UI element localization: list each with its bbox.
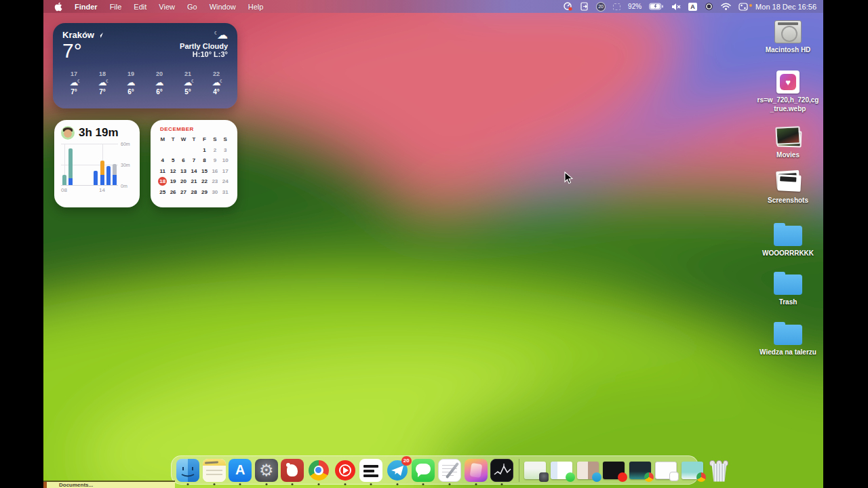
battery-icon[interactable] [649, 3, 664, 10]
calendar-date[interactable]: 24 [220, 176, 231, 187]
dashed-selection-icon[interactable] [613, 3, 620, 10]
calendar-date[interactable]: 16 [210, 166, 220, 177]
menu-item-view[interactable]: View [159, 3, 175, 11]
dock-app-gradient-app[interactable] [465, 459, 488, 482]
calendar-widget[interactable]: DECEMBER MTWTFSS123456789101112131415161… [151, 120, 237, 207]
dock-app-system-settings[interactable]: ⚙ [255, 459, 278, 482]
screen-time-widget[interactable]: 3h 19m 081460m30m0m [54, 120, 140, 207]
menu-item-go[interactable]: Go [187, 3, 197, 11]
dock-app-chrome[interactable] [307, 459, 330, 482]
calendar-date[interactable]: 12 [167, 166, 178, 177]
control-center-icon[interactable] [738, 3, 748, 11]
documents-window-strip[interactable]: Documents... [43, 481, 175, 488]
calendar-date[interactable]: 31 [220, 187, 231, 198]
running-indicator [187, 483, 189, 485]
desktop-icon-label: rs=w_720,h_720,cg_true.webp [755, 96, 821, 113]
window-thumbnail [524, 462, 546, 479]
dock-app-notes[interactable] [203, 459, 226, 482]
dock-app-bear[interactable] [281, 459, 304, 482]
cloud-moon-icon: ☾☁ [180, 30, 228, 41]
calendar-date[interactable]: 30 [210, 187, 220, 198]
desktop-icon-rs-w-720-h-720-cg-true-webp[interactable]: ♥rs=w_720,h_720,cg_true.webp [754, 68, 822, 113]
menu-item-window[interactable]: Window [210, 3, 236, 11]
desktop-icon-trash[interactable]: Trash [754, 270, 822, 306]
desktop-icon-wooorrrkkk[interactable]: WOOORRRKKK [754, 221, 822, 258]
telegram-badge-icon [592, 472, 601, 482]
dock-minimized-window-4[interactable] [603, 459, 626, 482]
battery-percent: 92% [628, 3, 642, 10]
menu-bar-clock[interactable]: Mon 18 Dec 16:56 [755, 3, 816, 11]
media-stack-icon [774, 123, 802, 148]
dock-minimized-window-5[interactable] [629, 459, 652, 482]
calendar-date[interactable]: 15 [199, 166, 210, 177]
wifi-icon[interactable] [721, 3, 731, 10]
calendar-day-header: T [189, 134, 199, 145]
apple-menu[interactable] [54, 1, 62, 12]
calendar-date-today[interactable]: 18 [157, 176, 167, 187]
desktop-icon-label: Screenshots [755, 196, 821, 205]
calendar-date[interactable]: 21 [189, 176, 199, 187]
desktop[interactable]: FinderFileEditViewGoWindowHelp 20 92% [43, 0, 823, 488]
dock-minimized-window-7[interactable] [682, 459, 705, 482]
full-trash-icon [709, 460, 729, 482]
dock-minimized-window-1[interactable] [524, 459, 547, 482]
input-source-icon[interactable]: A [688, 3, 697, 11]
calendar-date[interactable]: 9 [210, 155, 220, 166]
dock-app-app-store[interactable]: A [229, 459, 252, 482]
calendar-date[interactable]: 23 [210, 176, 220, 187]
gauge-icon[interactable] [563, 2, 573, 11]
window-thumbnail [629, 462, 651, 479]
dock-app-lines-app[interactable] [359, 459, 382, 482]
calendar-date[interactable]: 8 [199, 155, 210, 166]
dock-app-youtube-music[interactable] [334, 459, 357, 482]
calendar-date[interactable]: 27 [178, 187, 189, 198]
calendar-date[interactable]: 7 [189, 155, 199, 166]
calendar-date[interactable]: 13 [178, 166, 189, 177]
menu-item-file[interactable]: File [110, 3, 122, 11]
calendar-date[interactable]: 3 [220, 145, 231, 156]
calendar-date[interactable]: 2 [210, 145, 220, 156]
chart-x-label: 14 [99, 187, 105, 193]
hour-temp: 6° [119, 88, 142, 96]
dock-app-dark-graph-app[interactable] [490, 459, 513, 482]
calendar-date[interactable]: 26 [167, 187, 178, 198]
messages-badge-icon [566, 472, 575, 482]
timer-circle-icon[interactable]: 20 [596, 2, 606, 12]
dock-minimized-window-2[interactable] [551, 459, 574, 482]
calendar-date[interactable]: 25 [157, 187, 167, 198]
document-export-icon[interactable] [580, 2, 589, 11]
calendar-date[interactable]: 28 [189, 187, 199, 198]
desktop-icon-macintosh-hd[interactable]: Macintosh HD [754, 18, 822, 54]
window-thumbnail [603, 462, 625, 479]
calendar-date[interactable]: 14 [189, 166, 199, 177]
calendar-date[interactable]: 17 [220, 166, 231, 177]
blue-folder-icon [774, 221, 802, 247]
dock-minimized-window-6[interactable] [655, 459, 678, 482]
desktop-icon-movies[interactable]: Movies [754, 123, 822, 159]
weather-widget[interactable]: Kraków 7° ☾☁ Partly Cloudy H:10° L:3° 17… [53, 23, 237, 108]
calendar-date[interactable]: 19 [167, 176, 178, 187]
desktop-icon-wiedza-na-talerzu[interactable]: Wiedza na talerzu [754, 320, 822, 357]
menu-item-finder[interactable]: Finder [75, 3, 98, 11]
calendar-date[interactable]: 11 [157, 166, 167, 177]
menu-item-help[interactable]: Help [248, 3, 264, 11]
calendar-date[interactable]: 6 [178, 155, 189, 166]
menu-item-edit[interactable]: Edit [134, 3, 146, 11]
calendar-date[interactable]: 22 [199, 176, 210, 187]
calendar-date[interactable]: 1 [199, 145, 210, 156]
dock-app-telegram[interactable]: 20 [386, 459, 409, 482]
desktop-icon-label: Macintosh HD [755, 45, 821, 54]
calendar-date[interactable]: 10 [220, 155, 231, 166]
dock-app-messages[interactable] [412, 459, 435, 482]
calendar-date[interactable]: 4 [157, 155, 167, 166]
volume-muted-icon[interactable] [671, 3, 681, 11]
dock-app-finder[interactable] [176, 459, 199, 482]
calendar-date[interactable]: 5 [167, 155, 178, 166]
dock-minimized-window-3[interactable] [577, 459, 600, 482]
dock-trash[interactable] [707, 459, 730, 482]
desktop-icon-screenshots[interactable]: Screenshots [754, 168, 822, 205]
record-icon[interactable] [705, 2, 713, 11]
calendar-date[interactable]: 29 [199, 187, 210, 198]
dock-app-textedit[interactable] [438, 459, 461, 482]
calendar-date[interactable]: 20 [178, 176, 189, 187]
